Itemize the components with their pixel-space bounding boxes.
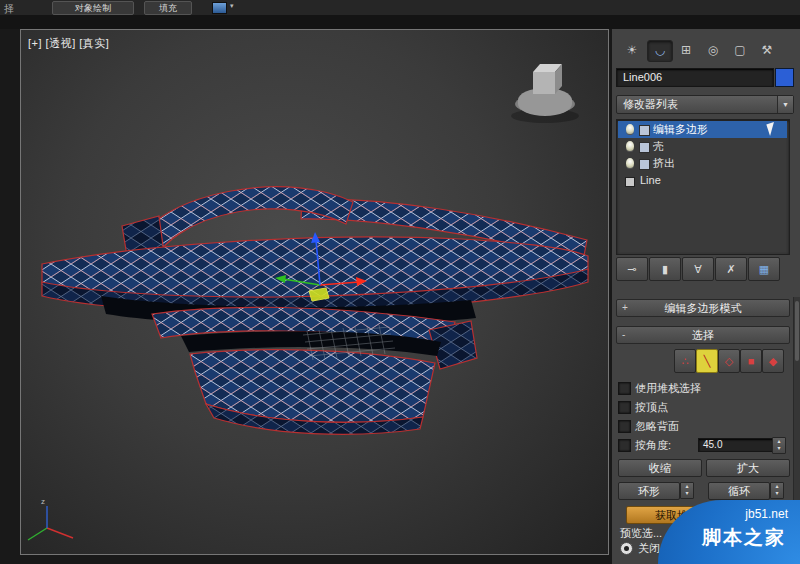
ignore-backfacing-checkbox[interactable] [618, 420, 631, 433]
spinner-up-icon[interactable]: ▴ [771, 483, 783, 490]
edge-icon: ╲ [704, 355, 711, 367]
panel-tab-utilities[interactable]: ⚒ [755, 40, 779, 60]
modifier-list-label: 修改器列表 [623, 98, 678, 110]
border-icon: ◇ [725, 355, 733, 367]
base-object-icon [625, 177, 635, 187]
create-icon: ☀ [627, 43, 638, 57]
panel-tab-create[interactable]: ☀ [620, 40, 644, 60]
world-axis-tripod: z [28, 497, 73, 540]
scrollbar-thumb[interactable] [795, 301, 799, 361]
modifier-icon [639, 142, 650, 153]
grow-button[interactable]: 扩大 [706, 459, 790, 477]
ribbon-collapsed-strip [0, 15, 800, 29]
visibility-bulb-icon[interactable] [626, 158, 634, 168]
stack-item-edit-poly[interactable]: 编辑多边形 [618, 121, 787, 138]
chevron-down-icon[interactable]: ▼ [777, 96, 793, 113]
make-unique-icon: ∀ [694, 263, 702, 275]
make-unique-button[interactable]: ∀ [682, 257, 714, 281]
pin-stack-icon: ⊸ [627, 263, 636, 275]
watermark-site-name: 脚本之家 [702, 525, 786, 551]
angle-value-field[interactable]: 45.0 [698, 438, 774, 452]
subobject-border-button[interactable]: ◇ [718, 349, 740, 373]
panel-tab-hierarchy[interactable]: ⊞ [674, 40, 698, 60]
chevron-down-icon: ▾ [230, 2, 234, 10]
ribbon-mini-dropdown[interactable]: ▾ [212, 1, 244, 14]
ribbon-tab-fill[interactable]: 填充 [144, 1, 192, 15]
pin-stack-button[interactable]: ⊸ [616, 257, 648, 281]
polygon-icon: ■ [748, 355, 755, 367]
spinner-down-icon[interactable]: ▾ [771, 490, 783, 497]
modifier-icon [639, 159, 650, 170]
mouse-cursor-icon [766, 122, 777, 136]
thumbnail-icon [212, 2, 227, 14]
preview-off-label: 关闭 [638, 541, 660, 556]
stack-item-shell[interactable]: 壳 [618, 138, 787, 155]
modify-icon: ◡ [655, 43, 665, 57]
show-end-result-button[interactable]: ▮ [649, 257, 681, 281]
preview-selection-label: 预览选... [620, 526, 662, 541]
spinner-down-icon[interactable]: ▾ [681, 490, 693, 497]
object-name-field[interactable]: Line006 [616, 68, 774, 87]
rollout-edit-poly-mode[interactable]: + 编辑多边形模式 [616, 299, 790, 317]
viewport-canvas[interactable]: z [21, 30, 608, 554]
configure-icon: ▦ [759, 263, 769, 275]
stack-item-line[interactable]: Line [618, 172, 787, 189]
display-icon: ▢ [734, 43, 745, 57]
stack-item-label: 编辑多边形 [653, 121, 708, 138]
checkbox-label: 按顶点 [635, 400, 668, 415]
command-panel: ☀ ◡ ⊞ ◎ ▢ ⚒ Line006 修改器列表 ▼ 编辑多边形 壳 [612, 29, 800, 564]
loop-spinner[interactable]: ▴ ▾ [770, 482, 784, 499]
ribbon-tab-bar: 择 对象绘制 填充 ▾ [0, 0, 800, 16]
use-stack-selection-checkbox[interactable] [618, 382, 631, 395]
subobject-element-button[interactable]: ◆ [762, 349, 784, 373]
vertex-icon: ∴ [682, 355, 689, 367]
remove-modifier-button[interactable]: ✗ [715, 257, 747, 281]
visibility-bulb-icon[interactable] [626, 141, 634, 151]
subobject-vertex-button[interactable]: ∴ [674, 349, 696, 373]
remove-modifier-icon: ✗ [726, 263, 735, 275]
configure-modifier-sets-button[interactable]: ▦ [748, 257, 780, 281]
stack-item-label: Line [640, 172, 661, 189]
stack-item-label: 壳 [653, 138, 664, 155]
rollout-label: 编辑多边形模式 [665, 302, 742, 314]
spinner-up-icon[interactable]: ▴ [773, 438, 785, 445]
object-color-swatch[interactable] [775, 68, 794, 87]
rollout-expand-icon: + [622, 300, 628, 316]
reference-object[interactable] [511, 64, 579, 123]
panel-tab-display[interactable]: ▢ [728, 40, 752, 60]
spinner-up-icon[interactable]: ▴ [681, 483, 693, 490]
ribbon-tab-object-paint[interactable]: 对象绘制 [52, 1, 134, 15]
checkbox-label: 忽略背面 [635, 419, 679, 434]
angle-spinner[interactable]: ▴ ▾ [772, 437, 786, 454]
by-vertex-checkbox[interactable] [618, 401, 631, 414]
checkbox-label: 按角度: [635, 438, 671, 453]
subobject-edge-button[interactable]: ╲ [696, 349, 718, 373]
panel-tab-motion[interactable]: ◎ [701, 40, 725, 60]
loop-button[interactable]: 循环 [708, 482, 770, 500]
ring-button[interactable]: 环形 [618, 482, 680, 500]
by-angle-checkbox[interactable] [618, 439, 631, 452]
panel-tab-modify[interactable]: ◡ [647, 40, 673, 62]
modifier-list-dropdown[interactable]: 修改器列表 ▼ [616, 95, 794, 114]
hierarchy-icon: ⊞ [681, 43, 691, 57]
perspective-viewport[interactable]: [+] [透视] [真实] [20, 29, 609, 555]
rollout-selection[interactable]: - 选择 [616, 326, 790, 344]
modifier-icon [639, 125, 650, 136]
visibility-bulb-icon[interactable] [626, 124, 634, 134]
utilities-icon: ⚒ [762, 43, 773, 57]
viewport-label[interactable]: [+] [透视] [真实] [28, 36, 109, 51]
watermark-url: jb51.net [745, 507, 788, 521]
rollout-collapse-icon: - [622, 327, 625, 343]
checkbox-label: 使用堆栈选择 [635, 381, 701, 396]
ribbon-partial-text: 择 [4, 2, 14, 16]
axis-z-label: z [41, 497, 45, 506]
motion-icon: ◎ [708, 43, 718, 57]
show-end-result-icon: ▮ [662, 263, 668, 275]
preview-off-radio[interactable] [620, 542, 633, 555]
ring-spinner[interactable]: ▴ ▾ [680, 482, 694, 499]
mesh-model[interactable] [42, 187, 588, 435]
subobject-polygon-button[interactable]: ■ [740, 349, 762, 373]
spinner-down-icon[interactable]: ▾ [773, 445, 785, 452]
stack-item-extrude[interactable]: 挤出 [618, 155, 787, 172]
shrink-button[interactable]: 收缩 [618, 459, 702, 477]
